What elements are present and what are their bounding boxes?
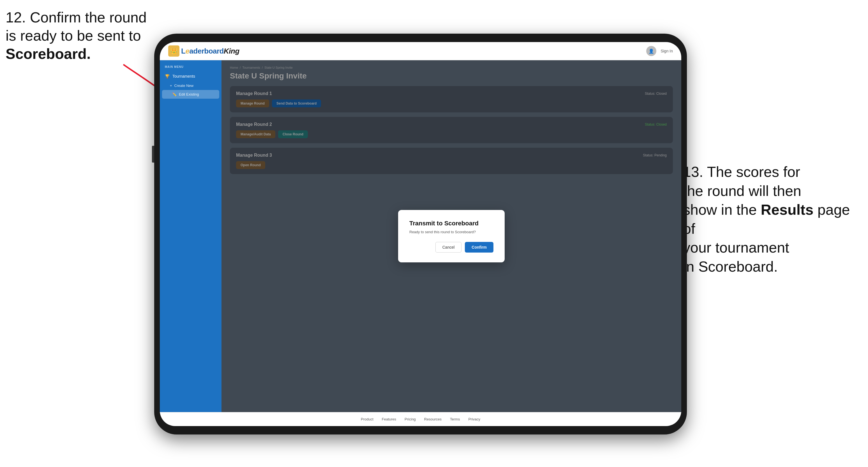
sidebar: MAIN MENU 🏆 Tournaments + Create New ✏️ … (160, 60, 221, 412)
instruction-line2: is ready to be sent to (6, 28, 141, 44)
user-avatar: 👤 (646, 46, 656, 56)
modal-title: Transmit to Scoreboard (409, 220, 493, 227)
edit-existing-label: Edit Existing (179, 92, 199, 96)
footer-resources[interactable]: Resources (424, 417, 441, 421)
instruction-bottom-line3: show in the (683, 201, 757, 218)
instruction-results-bold: Results (761, 201, 814, 218)
modal-overlay: Transmit to Scoreboard Ready to send thi… (221, 60, 681, 412)
nav-right: 👤 Sign In (646, 46, 673, 56)
sidebar-item-create-new[interactable]: + Create New (160, 81, 221, 90)
modal-confirm-btn[interactable]: Confirm (465, 242, 493, 253)
footer-features[interactable]: Features (382, 417, 396, 421)
instruction-bold: Scoreboard. (6, 46, 91, 62)
trophy-icon: 🏆 (165, 74, 169, 79)
footer-privacy[interactable]: Privacy (468, 417, 480, 421)
instruction-bottom-line1: 13. The scores for (683, 164, 800, 180)
main-area: MAIN MENU 🏆 Tournaments + Create New ✏️ … (160, 60, 681, 412)
tournaments-label: Tournaments (173, 74, 195, 79)
instruction-bottom-line6: in Scoreboard. (683, 258, 778, 275)
edit-icon: ✏️ (172, 92, 177, 96)
modal-actions: Cancel Confirm (409, 242, 493, 253)
instruction-bottom-line5: your tournament (683, 239, 789, 256)
modal-subtitle: Ready to send this round to Scoreboard? (409, 230, 493, 234)
footer-product[interactable]: Product (361, 417, 373, 421)
sidebar-item-edit-existing[interactable]: ✏️ Edit Existing (162, 90, 219, 99)
sidebar-item-tournaments[interactable]: 🏆 Tournaments (160, 71, 221, 81)
modal-box: Transmit to Scoreboard Ready to send thi… (398, 210, 505, 262)
page-content: Home / Tournaments / State U Spring Invi… (221, 60, 681, 412)
footer-terms[interactable]: Terms (450, 417, 460, 421)
tablet-frame: 👑 LeaderboardKing 👤 Sign In MAIN MENU 🏆 (154, 34, 687, 434)
top-navbar: 👑 LeaderboardKing 👤 Sign In (160, 42, 681, 60)
create-new-label: Create New (175, 84, 194, 88)
logo-area: 👑 LeaderboardKing (168, 45, 240, 57)
app-footer: Product Features Pricing Resources Terms… (160, 412, 681, 426)
instruction-line1: 12. Confirm the round (6, 9, 147, 26)
tablet-side-button (152, 146, 154, 163)
tablet-screen: 👑 LeaderboardKing 👤 Sign In MAIN MENU 🏆 (160, 42, 681, 426)
main-menu-label: MAIN MENU (160, 65, 221, 71)
plus-icon: + (170, 84, 172, 88)
footer-pricing[interactable]: Pricing (405, 417, 416, 421)
logo-icon: 👑 (168, 45, 180, 57)
app-container: 👑 LeaderboardKing 👤 Sign In MAIN MENU 🏆 (160, 42, 681, 426)
instruction-top: 12. Confirm the round is ready to be sen… (6, 8, 147, 63)
modal-cancel-btn[interactable]: Cancel (435, 242, 462, 253)
logo-text: LeaderboardKing (181, 47, 240, 56)
sign-in-button[interactable]: Sign In (660, 49, 673, 53)
instruction-bottom-line2: the round will then (683, 183, 801, 199)
instruction-bottom: 13. The scores for the round will then s… (683, 163, 857, 276)
